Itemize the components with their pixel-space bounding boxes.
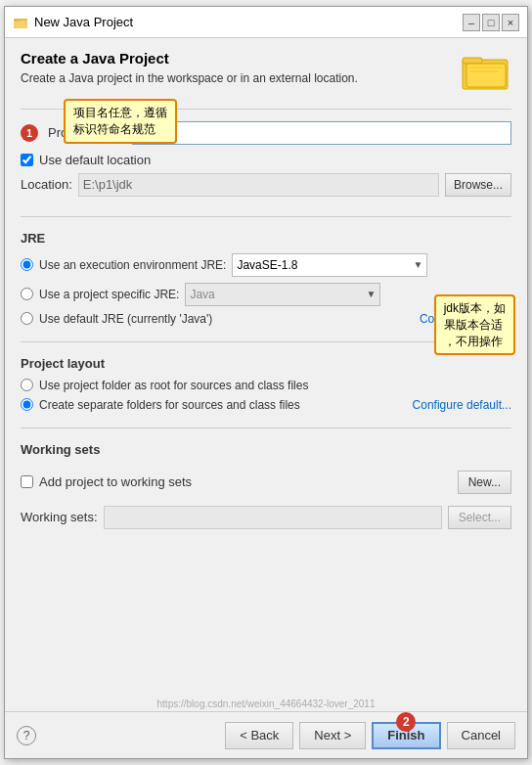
jre-specific-dropdown[interactable]: Java ▼	[185, 283, 380, 306]
use-default-location-row: Use default location	[21, 153, 511, 167]
next-button[interactable]: Next >	[299, 722, 366, 749]
location-row: Location: Browse...	[21, 173, 511, 197]
close-button[interactable]: ×	[502, 14, 519, 31]
maximize-button[interactable]: □	[482, 14, 500, 31]
working-sets-label: Working sets:	[21, 510, 98, 524]
divider-jre	[21, 216, 511, 217]
badge-1: 1	[21, 124, 38, 142]
use-default-location-checkbox[interactable]	[21, 154, 33, 166]
help-button[interactable]: ?	[17, 726, 36, 745]
location-input	[78, 173, 439, 197]
add-to-working-sets-row: Add project to working sets New...	[21, 471, 511, 494]
bottom-bar: ? < Back Next > 2 Finish Cancel	[5, 711, 527, 758]
jre-environment-dropdown[interactable]: JavaSE-1.8 ▼	[232, 253, 427, 277]
window-title: New Java Project	[34, 15, 457, 29]
tooltip-project-name: 项目名任意，遵循 标识符命名规范	[64, 99, 177, 144]
jre-radio2-label: Use a project specific JRE:	[39, 288, 179, 301]
back-button[interactable]: < Back	[225, 722, 293, 749]
badge-2: 2	[396, 712, 416, 732]
dropdown-arrow-jre2: ▼	[366, 289, 376, 299]
layout-radio1-row: Use project folder as root for sources a…	[21, 379, 511, 392]
watermark: https://blog.csdn.net/weixin_44664432-lo…	[5, 697, 527, 711]
divider-working-sets	[21, 428, 511, 428]
layout-radio2-label: Create separate folders for sources and …	[39, 398, 300, 412]
add-working-sets-checkbox[interactable]	[21, 475, 33, 488]
working-sets-picker-row: Working sets: Select...	[21, 506, 511, 529]
project-name-input[interactable]	[132, 121, 511, 145]
page-subtitle: Create a Java project in the workspace o…	[21, 70, 511, 87]
svg-rect-4	[463, 58, 482, 64]
window-controls: – □ ×	[463, 14, 519, 31]
svg-rect-1	[14, 21, 27, 28]
minimize-button[interactable]: –	[463, 14, 480, 31]
window-icon	[13, 15, 28, 30]
cancel-button[interactable]: Cancel	[447, 722, 515, 749]
finish-button[interactable]: 2 Finish	[372, 722, 440, 749]
jre-radio2[interactable]	[21, 288, 33, 300]
select-working-set-button[interactable]: Select...	[448, 506, 511, 529]
browse-button[interactable]: Browse...	[445, 173, 511, 197]
new-working-set-button[interactable]: New...	[458, 471, 511, 494]
main-window: New Java Project – □ × Create a Java Pro…	[4, 6, 528, 759]
layout-radio1[interactable]	[21, 379, 33, 391]
jre-radio1[interactable]	[21, 258, 33, 271]
layout-radio2-row: Create separate folders for sources and …	[21, 398, 511, 412]
title-bar: New Java Project – □ ×	[5, 7, 527, 38]
working-sets-title: Working sets	[21, 442, 511, 457]
layout-radio1-label: Use project folder as root for sources a…	[39, 379, 308, 392]
configure-default-link[interactable]: Configure default...	[413, 398, 511, 412]
use-default-location-label: Use default location	[39, 153, 151, 167]
folder-icon	[461, 50, 511, 93]
jre-radio1-label: Use an execution environment JRE:	[39, 258, 226, 272]
add-working-sets-label: Add project to working sets	[39, 474, 192, 489]
jre-radio1-row: Use an execution environment JRE: JavaSE…	[21, 253, 511, 277]
folder-icon-container	[461, 50, 511, 96]
project-layout-title: Project layout	[21, 356, 511, 371]
svg-rect-2	[14, 19, 20, 22]
location-label: Location:	[21, 177, 72, 192]
working-sets-input	[104, 506, 442, 529]
jre-radio3-label: Use default JRE (currently 'Java')	[39, 312, 212, 326]
page-title: Create a Java Project	[21, 50, 511, 67]
layout-radio2[interactable]	[21, 398, 33, 411]
tooltip-jdk-version: jdk版本，如 果版本合适 ，不用操作	[434, 294, 515, 355]
dropdown-arrow-jre1: ▼	[414, 259, 423, 270]
dialog-content: Create a Java Project Create a Java proj…	[5, 38, 527, 711]
jre-radio3[interactable]	[21, 312, 33, 325]
jre-section-title: JRE	[21, 231, 511, 246]
